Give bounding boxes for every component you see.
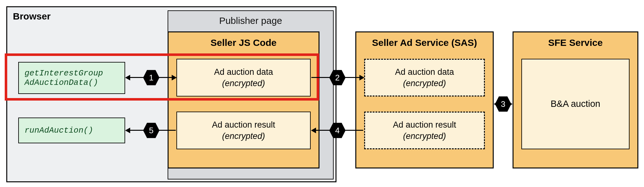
api-run-label: runAdAuction(): [25, 126, 93, 135]
step-hex-3: 3: [495, 96, 512, 113]
sas-ad-result-label: Ad auction result: [393, 119, 456, 130]
seller-js-title: Seller JS Code: [169, 37, 319, 48]
step-3-num: 3: [501, 99, 505, 109]
sas-ad-data-encrypted: (encrypted): [403, 78, 446, 89]
ad-result-encrypted: (encrypted): [222, 130, 265, 142]
arrow-2-head: [359, 75, 364, 80]
sas-ad-data: Ad auction data (encrypted): [364, 59, 485, 96]
arrow-1-head-right: [172, 75, 177, 80]
sfe-auction-label: B&A auction: [551, 98, 600, 110]
publisher-page-label: Publisher page: [168, 15, 333, 26]
step-hex-4: 4: [329, 122, 346, 139]
step-hex-1: 1: [143, 69, 160, 86]
ad-data-encrypted: (encrypted): [222, 78, 265, 89]
sfe-auction: B&A auction: [521, 59, 630, 149]
ad-result-label: Ad auction result: [212, 119, 275, 130]
api-get-interest-group: getInterestGroup AdAuctionData(): [18, 62, 125, 94]
sfe-title: SFE Service: [514, 37, 637, 48]
arrow-1-head-left: [125, 75, 130, 80]
arrow-5-head: [125, 128, 130, 133]
sas-ad-result: Ad auction result (encrypted): [364, 112, 485, 149]
api-get-ig-line1: getInterestGroup: [25, 69, 103, 78]
step-4-num: 4: [335, 126, 340, 135]
browser-label: Browser: [13, 11, 51, 22]
sas-ad-result-encrypted: (encrypted): [403, 130, 446, 142]
api-run-ad-auction: runAdAuction(): [18, 118, 125, 143]
sas-title: Seller Ad Service (SAS): [356, 37, 493, 48]
sas-ad-data-label: Ad auction data: [395, 66, 454, 78]
seller-js-ad-data: Ad auction data (encrypted): [176, 59, 311, 96]
arrow-4-head: [311, 128, 316, 133]
step-5-num: 5: [149, 126, 153, 135]
api-get-ig-line2: AdAuctionData(): [25, 78, 98, 87]
ad-data-label: Ad auction data: [214, 66, 273, 78]
seller-js-ad-result: Ad auction result (encrypted): [176, 112, 311, 149]
step-1-num: 1: [149, 73, 153, 83]
step-hex-2: 2: [329, 69, 346, 86]
step-hex-5: 5: [143, 122, 160, 139]
step-2-num: 2: [335, 73, 340, 83]
